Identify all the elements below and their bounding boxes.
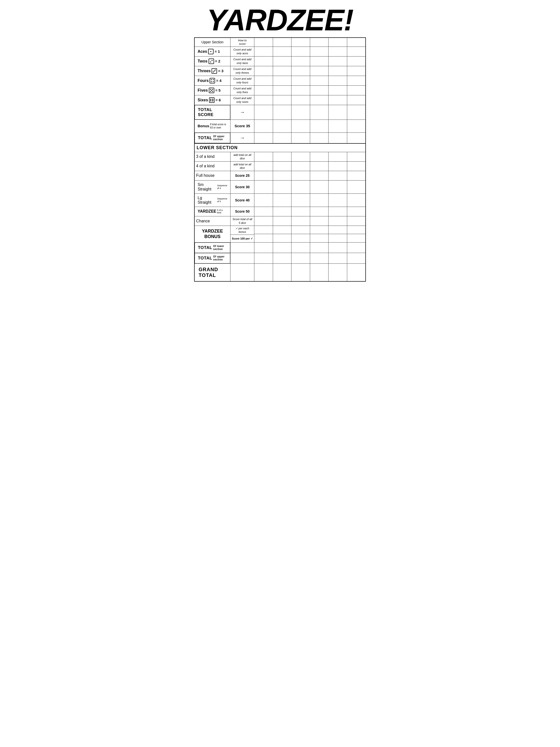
fives-score-2[interactable] (273, 85, 291, 95)
four-kind-p6[interactable] (347, 161, 366, 171)
player-col-6[interactable] (347, 37, 366, 47)
chance-p3[interactable] (291, 216, 310, 226)
total-upper-p6[interactable] (347, 132, 366, 144)
bonus-p2[interactable] (273, 120, 291, 132)
grand-total-p5[interactable] (328, 263, 347, 281)
total-upper2-p2[interactable] (273, 253, 291, 264)
threes-score-2[interactable] (273, 66, 291, 76)
fives-score-1[interactable] (255, 85, 273, 95)
chance-p1[interactable] (255, 216, 273, 226)
total-score-p1[interactable] (255, 105, 273, 120)
sm-straight-p3[interactable] (291, 180, 310, 194)
three-kind-p6[interactable] (347, 152, 366, 161)
grand-total-p4[interactable] (310, 263, 328, 281)
lg-straight-p6[interactable] (347, 194, 366, 207)
full-house-p6[interactable] (347, 171, 366, 180)
four-kind-p1[interactable] (255, 161, 273, 171)
grand-total-p3[interactable] (291, 263, 310, 281)
full-house-p3[interactable] (291, 171, 310, 180)
yardzee-p1[interactable] (255, 207, 273, 216)
sm-straight-p5[interactable] (328, 180, 347, 194)
total-lower-p5[interactable] (328, 242, 347, 253)
bonus-p4[interactable] (310, 120, 328, 132)
twos-score-2[interactable] (273, 56, 291, 66)
three-kind-p1[interactable] (255, 152, 273, 161)
aces-score-3[interactable] (291, 47, 310, 56)
bonus-p3[interactable] (291, 120, 310, 132)
player-col-2[interactable] (273, 37, 291, 47)
player-col-4[interactable] (310, 37, 328, 47)
bonus-p6[interactable] (347, 120, 366, 132)
chance-p4[interactable] (310, 216, 328, 226)
three-kind-p3[interactable] (291, 152, 310, 161)
total-upper2-p6[interactable] (347, 253, 366, 264)
three-kind-p4[interactable] (310, 152, 328, 161)
lg-straight-p4[interactable] (310, 194, 328, 207)
twos-score-1[interactable] (255, 56, 273, 66)
grand-total-p2[interactable] (273, 263, 291, 281)
total-score-p5[interactable] (328, 105, 347, 120)
twos-score-6[interactable] (347, 56, 366, 66)
total-upper-p3[interactable] (291, 132, 310, 144)
grand-total-p6[interactable] (347, 263, 366, 281)
aces-score-1[interactable] (255, 47, 273, 56)
lg-straight-p3[interactable] (291, 194, 310, 207)
fours-score-5[interactable] (328, 76, 347, 85)
full-house-p4[interactable] (310, 171, 328, 180)
threes-score-1[interactable] (255, 66, 273, 76)
yardzee-bonus-p6[interactable] (347, 226, 366, 242)
sixes-score-6[interactable] (347, 95, 366, 105)
fives-score-4[interactable] (310, 85, 328, 95)
yardzee-bonus-p4[interactable] (310, 226, 328, 242)
full-house-p5[interactable] (328, 171, 347, 180)
threes-score-3[interactable] (291, 66, 310, 76)
yardzee-p3[interactable] (291, 207, 310, 216)
total-upper2-p1[interactable] (255, 253, 273, 264)
twos-score-3[interactable] (291, 56, 310, 66)
sm-straight-p2[interactable] (273, 180, 291, 194)
four-kind-p4[interactable] (310, 161, 328, 171)
sixes-score-4[interactable] (310, 95, 328, 105)
sm-straight-p1[interactable] (255, 180, 273, 194)
twos-score-4[interactable] (310, 56, 328, 66)
lg-straight-p2[interactable] (273, 194, 291, 207)
grand-total-p1[interactable] (255, 263, 273, 281)
chance-p6[interactable] (347, 216, 366, 226)
yardzee-p5[interactable] (328, 207, 347, 216)
total-lower-p2[interactable] (273, 242, 291, 253)
twos-score-5[interactable] (328, 56, 347, 66)
threes-score-6[interactable] (347, 66, 366, 76)
total-lower-p4[interactable] (310, 242, 328, 253)
full-house-p1[interactable] (255, 171, 273, 180)
threes-score-5[interactable] (328, 66, 347, 76)
bonus-p1[interactable] (255, 120, 273, 132)
total-lower-p3[interactable] (291, 242, 310, 253)
total-lower-p6[interactable] (347, 242, 366, 253)
fours-score-1[interactable] (255, 76, 273, 85)
full-house-p2[interactable] (273, 171, 291, 180)
bonus-p5[interactable] (328, 120, 347, 132)
fives-score-3[interactable] (291, 85, 310, 95)
yardzee-p2[interactable] (273, 207, 291, 216)
chance-p5[interactable] (328, 216, 347, 226)
total-lower-p1[interactable] (255, 242, 273, 253)
aces-score-2[interactable] (273, 47, 291, 56)
three-kind-p2[interactable] (273, 152, 291, 161)
four-kind-p3[interactable] (291, 161, 310, 171)
yardzee-bonus-p1[interactable] (255, 226, 273, 242)
sixes-score-3[interactable] (291, 95, 310, 105)
sm-straight-p4[interactable] (310, 180, 328, 194)
sm-straight-p6[interactable] (347, 180, 366, 194)
total-upper-p4[interactable] (310, 132, 328, 144)
lg-straight-p1[interactable] (255, 194, 273, 207)
total-score-p4[interactable] (310, 105, 328, 120)
sixes-score-5[interactable] (328, 95, 347, 105)
yardzee-bonus-p3[interactable] (291, 226, 310, 242)
aces-score-5[interactable] (328, 47, 347, 56)
sixes-score-2[interactable] (273, 95, 291, 105)
player-col-5[interactable] (328, 37, 347, 47)
aces-score-6[interactable] (347, 47, 366, 56)
yardzee-bonus-p2[interactable] (273, 226, 291, 242)
total-score-p2[interactable] (273, 105, 291, 120)
player-col-1[interactable] (255, 37, 273, 47)
